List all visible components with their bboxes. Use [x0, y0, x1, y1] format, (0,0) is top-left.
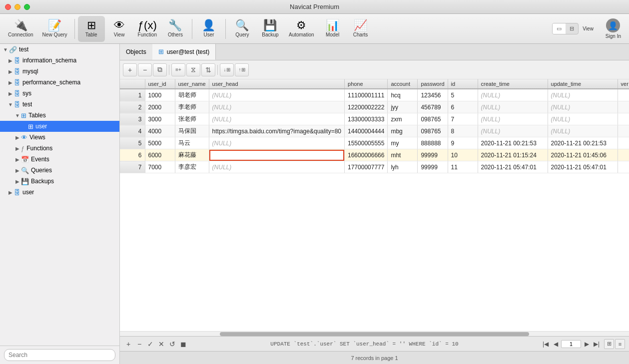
next-page-button[interactable]: ▶	[582, 340, 591, 349]
cell-password[interactable]: 888888	[418, 137, 448, 149]
sidebar-item-sys[interactable]: ▶ 🗄 sys	[0, 88, 119, 99]
cell-user-name[interactable]: 李彦宏	[175, 161, 209, 173]
connection-button[interactable]: 🔌 Connection	[4, 16, 37, 42]
copy-record-button[interactable]: ⧉	[153, 63, 167, 76]
tab-objects[interactable]: Objects	[120, 44, 152, 60]
cell-update-time[interactable]: 2020-11-21 01:45:06	[548, 149, 618, 161]
cell-account[interactable]: jyy	[388, 101, 418, 113]
cell-account[interactable]: lyh	[388, 161, 418, 173]
table-button[interactable]: ⊞ Table	[78, 16, 105, 42]
cell-update-time[interactable]: (NULL)	[548, 101, 618, 113]
automation-button[interactable]: ⚙ Automation	[285, 16, 318, 42]
sidebar-item-user-table[interactable]: ⊞ user	[0, 121, 119, 132]
form-view-button[interactable]: ≡	[615, 339, 625, 349]
cell-user-name[interactable]: 马保国	[175, 125, 209, 137]
cell-id[interactable]: 6	[448, 101, 478, 113]
cell-user-head[interactable]: (NULL)	[209, 137, 344, 149]
cell-password[interactable]: 456789	[418, 101, 448, 113]
sidebar-item-functions-folder[interactable]: ▶ ƒ Functions	[0, 143, 119, 154]
cell-account[interactable]: my	[388, 137, 418, 149]
close-button[interactable]	[5, 4, 11, 10]
sidebar-item-information-schema[interactable]: ▶ 🗄 information_schema	[0, 55, 119, 66]
cell-ver[interactable]	[618, 89, 629, 101]
query-button[interactable]: 🔍 Query	[229, 16, 256, 42]
refresh-button[interactable]: ↺	[168, 340, 177, 349]
cell-user-name[interactable]: 李老师	[175, 101, 209, 113]
cell-user-name[interactable]: 张老师	[175, 113, 209, 125]
sidebar-item-queries-folder[interactable]: ▶ 🔍 Queries	[0, 165, 119, 176]
add-row-button[interactable]: +	[124, 340, 133, 349]
cell-user-head[interactable]: (NULL)	[209, 161, 344, 173]
export-button[interactable]: ↑⊞	[235, 63, 249, 76]
col-header-user-head[interactable]: user_head	[209, 79, 344, 89]
sidebar-item-events-folder[interactable]: ▶ 📅 Events	[0, 154, 119, 165]
col-header-account[interactable]: account	[388, 79, 418, 89]
cell-phone[interactable]: 16600006666	[345, 149, 388, 161]
sign-in-button[interactable]: 👤 Sign In	[602, 16, 625, 41]
cell-user-id[interactable]: 2000	[145, 101, 175, 113]
others-button[interactable]: 🔧 Others	[162, 16, 189, 42]
cell-ver[interactable]	[618, 113, 629, 125]
cell-update-time[interactable]: (NULL)	[548, 125, 618, 137]
cell-update-time[interactable]: 2020-11-21 05:47:01	[548, 161, 618, 173]
cell-user-name[interactable]: 马云	[175, 137, 209, 149]
cell-id[interactable]: 5	[448, 89, 478, 101]
view-toggle-single[interactable]: ▭	[553, 23, 566, 34]
sidebar-item-views-folder[interactable]: ▶ 👁 Views	[0, 132, 119, 143]
minimize-button[interactable]	[14, 4, 20, 10]
sidebar-item-user-db[interactable]: ▶ 🗄 user	[0, 187, 119, 198]
cell-create-time[interactable]: 2020-11-21 05:47:01	[478, 161, 548, 173]
cell-account[interactable]: mbg	[388, 125, 418, 137]
cell-user-head[interactable]: (NULL)	[209, 101, 344, 113]
cell-phone[interactable]: 12200002222	[345, 101, 388, 113]
cell-user-id[interactable]: 4000	[145, 125, 175, 137]
cell-create-time[interactable]: (NULL)	[478, 113, 548, 125]
cell-id[interactable]: 9	[448, 137, 478, 149]
cell-update-time[interactable]: (NULL)	[548, 89, 618, 101]
sort-button[interactable]: ⇅	[201, 63, 215, 76]
cell-user-head[interactable]: https://timgsa.baidu.com/timg?image&qual…	[209, 125, 344, 137]
cell-account[interactable]: hcq	[388, 89, 418, 101]
remove-row-button[interactable]: −	[135, 340, 144, 349]
first-page-button[interactable]: |◀	[541, 340, 550, 349]
cell-id[interactable]: 10	[448, 149, 478, 161]
filter-button[interactable]: ⧖	[186, 63, 200, 76]
cell-ver[interactable]	[618, 137, 629, 149]
cell-phone[interactable]: 15500005555	[345, 137, 388, 149]
cell-user-head[interactable]	[209, 149, 344, 161]
cell-account[interactable]: mht	[388, 149, 418, 161]
sidebar-item-tables-folder[interactable]: ▼ ⊞ Tables	[0, 110, 119, 121]
cell-id[interactable]: 7	[448, 113, 478, 125]
cell-phone[interactable]: 13300003333	[345, 113, 388, 125]
model-button[interactable]: 📊 Model	[319, 16, 346, 42]
sidebar-item-mysql[interactable]: ▶ 🗄 mysql	[0, 66, 119, 77]
cell-user-id[interactable]: 1000	[145, 89, 175, 101]
view-toggle-split[interactable]: ⊟	[566, 23, 578, 34]
cell-phone[interactable]: 11100001111	[345, 89, 388, 101]
cell-user-name[interactable]: 胡老师	[175, 89, 209, 101]
cell-user-id[interactable]: 6000	[145, 149, 175, 161]
insert-button[interactable]: ≡+	[171, 63, 185, 76]
cell-id[interactable]: 8	[448, 125, 478, 137]
cell-create-time[interactable]: 2020-11-21 00:21:53	[478, 137, 548, 149]
cell-password[interactable]: 123456	[418, 89, 448, 101]
page-input[interactable]	[561, 340, 581, 348]
grid-view-button[interactable]: ⊞	[604, 339, 614, 349]
cell-phone[interactable]: 17700007777	[345, 161, 388, 173]
sidebar-item-backups-folder[interactable]: ▶ 💾 Backups	[0, 176, 119, 187]
function-button[interactable]: ƒ(x) Function	[134, 16, 161, 42]
col-header-password[interactable]: password	[418, 79, 448, 89]
import-button[interactable]: ↓⊞	[220, 63, 234, 76]
col-header-user-name[interactable]: user_name	[175, 79, 209, 89]
user-button[interactable]: 👤 User	[195, 16, 222, 42]
cell-user-id[interactable]: 5000	[145, 137, 175, 149]
cell-create-time[interactable]: 2020-11-21 01:15:24	[478, 149, 548, 161]
charts-button[interactable]: 📈 Charts	[347, 16, 374, 42]
tab-user-test[interactable]: ⊞ user@test (test)	[152, 44, 216, 60]
add-record-button[interactable]: +	[123, 63, 137, 76]
cell-ver[interactable]	[618, 125, 629, 137]
sidebar-item-test-connection[interactable]: ▼ 🔗 test	[0, 44, 119, 55]
cell-ver[interactable]	[618, 101, 629, 113]
cell-password[interactable]: 098765	[418, 113, 448, 125]
cell-ver[interactable]	[618, 149, 629, 161]
